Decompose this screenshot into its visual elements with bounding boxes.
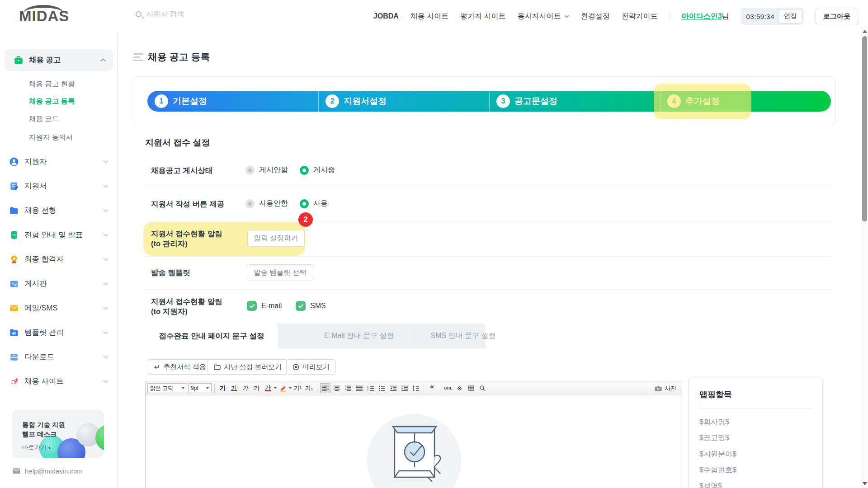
chevron-down-icon <box>103 209 108 212</box>
special-char-icon[interactable]: ※ <box>454 383 465 393</box>
line-height-icon[interactable] <box>410 383 421 393</box>
tab-sms-text[interactable]: SMS 안내 문구 설정 <box>413 324 513 348</box>
ordered-list-icon[interactable]: 123 <box>365 383 376 393</box>
apply-recommended-format-button[interactable]: ↵ 추천서식 적용 <box>148 359 212 375</box>
page-title-icon <box>133 53 144 61</box>
underline-icon[interactable]: 가 <box>229 383 239 393</box>
load-previous-settings-button[interactable]: 지난 설정 불러오기 <box>208 359 288 375</box>
announcement-icon <box>9 230 19 240</box>
align-right-icon[interactable] <box>343 383 353 393</box>
radio-option-enabled[interactable]: 사용 <box>300 199 328 208</box>
sidebar-item-applicants[interactable]: 지원자 <box>9 153 108 171</box>
sidebar-item-download[interactable]: 다운로드 <box>9 348 108 366</box>
search-input[interactable] <box>146 10 245 18</box>
sidebar-item-template-management[interactable]: 템플릿 관리 <box>9 324 108 342</box>
font-color-icon[interactable]: 가 <box>263 383 273 393</box>
nav-settings[interactable]: 환경설정 <box>581 12 610 21</box>
step-3-posting-text-settings[interactable]: 3 공고문설정 <box>496 91 557 112</box>
indent-icon[interactable] <box>399 383 410 393</box>
user-name[interactable]: 마이다스인3님 <box>682 12 729 21</box>
help-desk-card[interactable]: 통합 기술 지원헬프 데스크 바로가기 › <box>12 409 104 458</box>
caret-down-icon[interactable] <box>274 387 277 389</box>
editor-content-area[interactable] <box>146 395 682 488</box>
sidebar-item-posting-status[interactable]: 채용 공고 현황 <box>29 80 75 89</box>
label-applicant-alert: 지원서 접수현황 알림(to 지원자) <box>151 296 222 316</box>
sidebar-item-hiring-process[interactable]: 채용 전형 <box>9 202 108 220</box>
return-arrow-icon: ↵ <box>154 363 160 371</box>
support-email[interactable]: help@midasin.com <box>13 467 83 475</box>
nav-jobda[interactable]: JOBDA <box>373 12 399 20</box>
font-family-select[interactable]: 맑은 고딕 <box>147 383 187 393</box>
scroll-down-arrow-icon[interactable] <box>863 482 867 485</box>
radio-option-posted[interactable]: 게시중 <box>300 165 335 175</box>
envelope-icon <box>13 468 20 474</box>
nav-recruit-site[interactable]: 채용 사이트 <box>410 12 448 21</box>
mail-icon <box>9 303 19 313</box>
sidebar-group-recruit-posting[interactable]: 채용 공고 <box>5 49 113 71</box>
sidebar-item-board[interactable]: 게시판 <box>9 275 108 293</box>
align-justify-icon[interactable] <box>354 383 364 393</box>
message-settings-tabbar: 접수완료 안내 페이지 문구 설정 E-Mail 안내 문구 설정 SMS 안내… <box>145 324 486 348</box>
folder-icon <box>9 206 19 216</box>
align-center-icon[interactable] <box>331 383 342 393</box>
superscript-icon[interactable]: 가¹ <box>292 383 303 393</box>
subscript-icon[interactable]: 가₁ <box>304 383 314 393</box>
sidebar-item-posting-register[interactable]: 채용 공고 등록 <box>29 97 75 106</box>
mapping-item-name[interactable]: $성명$ <box>699 482 722 488</box>
find-icon[interactable] <box>477 383 487 393</box>
mapping-item-exam-number[interactable]: $수험번호$ <box>699 465 736 475</box>
chevron-down-icon <box>103 306 108 310</box>
highlighter-icon[interactable] <box>278 383 288 393</box>
page-scrollbar[interactable] <box>861 27 868 488</box>
sidebar-item-notice-announcement[interactable]: 전형 안내 및 발표 <box>9 226 108 244</box>
extend-session-button[interactable]: 연장 <box>778 9 802 23</box>
nav-evaluator-site[interactable]: 평가자 사이트 <box>460 12 505 21</box>
submission-complete-illustration <box>367 403 462 488</box>
radio-option-not-posted[interactable]: 게시안함 <box>245 165 288 175</box>
mapping-item-apply-field[interactable]: $지원분야$ <box>699 450 736 459</box>
outdent-icon[interactable] <box>388 383 398 393</box>
rich-text-editor: 맑은 고딕 9pt 가 가 가 가 가 가¹ 가₁ 123 “ <box>145 381 682 488</box>
checkbox-sms[interactable]: SMS <box>296 301 326 311</box>
tab-completion-page-text[interactable]: 접수완료 안내 페이지 문구 설정 <box>145 324 278 348</box>
bold-icon[interactable]: 가 <box>217 383 228 393</box>
strikethrough-icon[interactable]: 가 <box>251 383 262 393</box>
caret-down-icon[interactable] <box>289 387 292 389</box>
insert-photo-button[interactable]: 사진 <box>649 381 682 395</box>
step-2-application-settings[interactable]: 2 지원서설정 <box>326 91 387 112</box>
alert-settings-button[interactable]: 알림 설정하기 <box>247 230 305 247</box>
align-left-icon[interactable] <box>320 383 330 393</box>
nav-strategy-guide[interactable]: 전략가이드 <box>622 12 658 21</box>
preview-button[interactable]: 미리보기 <box>286 359 336 375</box>
tab-email-text[interactable]: E-Mail 안내 문구 설정 <box>306 324 413 348</box>
sidebar-item-recruit-code[interactable]: 채용 코드 <box>29 114 59 124</box>
scroll-up-arrow-icon[interactable] <box>863 30 867 33</box>
blockquote-icon[interactable]: “ <box>427 383 437 393</box>
main-content: 채용 공고 등록 1 기본설정 2 지원서설정 3 공고문설정 4 추가설정 <box>118 33 861 488</box>
select-send-template-button[interactable]: 발송 템플릿 선택 <box>247 264 313 281</box>
scrollbar-thumb[interactable] <box>862 36 867 221</box>
sidebar-item-recruit-website[interactable]: 채용 사이트 <box>9 372 108 390</box>
logout-button[interactable]: 로그아웃 <box>816 8 858 25</box>
mapping-item-company-name[interactable]: $회사명$ <box>699 418 729 427</box>
italic-icon[interactable]: 가 <box>240 383 250 393</box>
checkbox-email[interactable]: E-mail <box>247 301 282 311</box>
bullet-list-icon[interactable] <box>377 383 387 393</box>
sidebar-item-final-pass[interactable]: 최종 합격자 <box>9 250 108 268</box>
font-size-select[interactable]: 9pt <box>188 383 212 393</box>
sidebar-item-applicant-consent[interactable]: 지원자 동의서 <box>29 133 73 142</box>
sidebar-item-mail-sms[interactable]: 메일/SMS <box>9 299 108 317</box>
annotation-badge-2: 2 <box>298 212 313 227</box>
url-link-icon[interactable]: URL <box>443 383 453 393</box>
preview-eye-icon <box>292 364 299 371</box>
sidebar-item-applications[interactable]: 지원서 <box>9 177 108 195</box>
mapping-item-posting-name[interactable]: $공고명$ <box>699 433 729 443</box>
help-card-shortcut-link[interactable]: 바로가기 › <box>22 444 50 452</box>
nav-candidate-site[interactable]: 응시자사이트 <box>518 12 569 21</box>
table-icon[interactable] <box>466 383 476 393</box>
step-1-basic-settings[interactable]: 1 기본설정 <box>155 91 207 112</box>
midas-logo[interactable]: MIDAS <box>19 6 91 26</box>
radio-option-disabled[interactable]: 사용안함 <box>245 199 288 208</box>
radio-off-icon <box>245 166 255 175</box>
template-folder-icon <box>9 328 19 338</box>
